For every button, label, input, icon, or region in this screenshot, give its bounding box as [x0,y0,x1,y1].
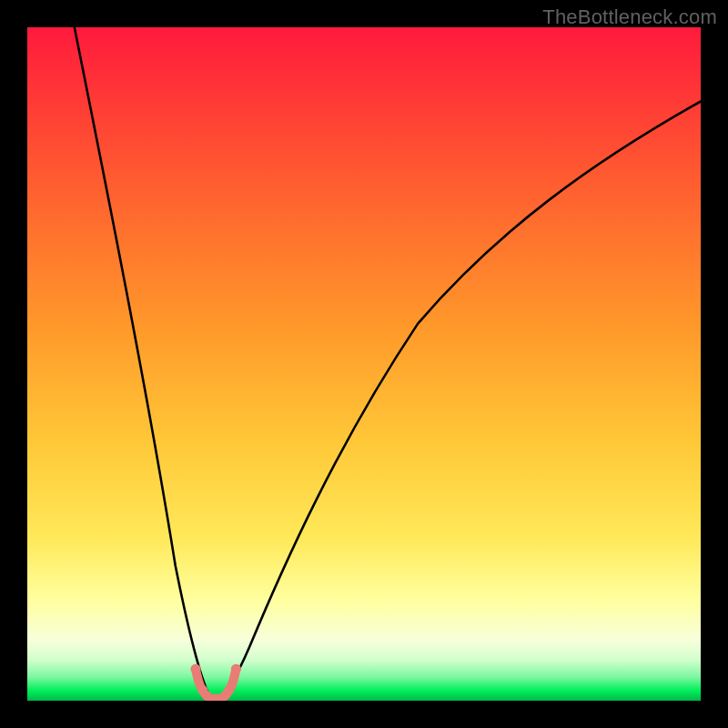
right-curve [216,101,701,701]
min-marker [190,664,241,701]
svg-point-4 [224,685,233,694]
watermark-text: TheBottleneck.com [542,5,717,29]
plot-frame [27,27,701,701]
svg-point-1 [190,664,200,674]
curves-layer [27,27,701,701]
svg-point-3 [198,685,207,694]
svg-point-2 [231,664,241,674]
left-curve [75,27,216,701]
